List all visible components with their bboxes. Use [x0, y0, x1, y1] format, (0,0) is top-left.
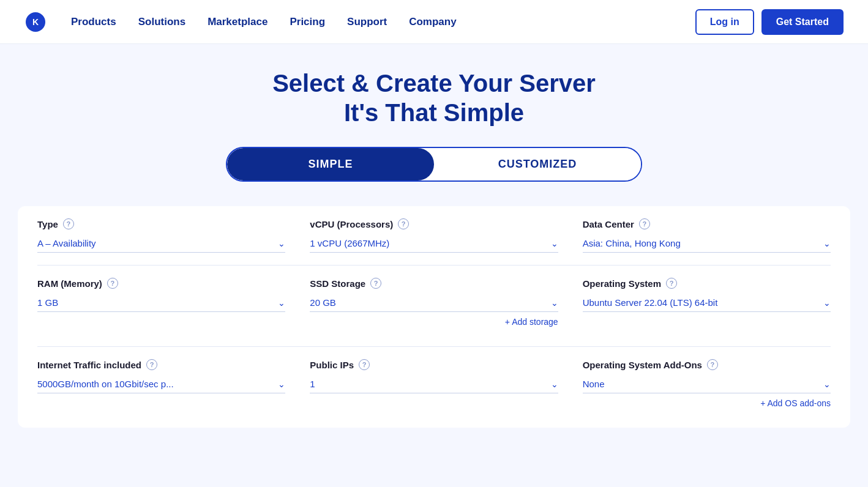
- config-row-3: Internet Traffic included ? 5000GB/month…: [37, 347, 831, 415]
- ssd-chevron-icon: ⌄: [551, 298, 558, 308]
- ram-chevron-icon: ⌄: [278, 298, 285, 308]
- add-os-row: + Add OS add-ons: [583, 393, 831, 415]
- svg-text:K: K: [32, 17, 39, 27]
- ssd-label: SSD Storage: [310, 278, 365, 289]
- os-value: Ubuntu Server 22.04 (LTS) 64-bit: [583, 297, 718, 308]
- datacenter-help-icon[interactable]: ?: [639, 218, 650, 229]
- vcpu-help-icon[interactable]: ?: [398, 218, 409, 229]
- os-addons-chevron-icon: ⌄: [823, 379, 831, 389]
- ram-label: RAM (Memory): [37, 278, 102, 289]
- traffic-label: Internet Traffic included: [37, 360, 141, 370]
- datacenter-label: Data Center: [583, 219, 634, 229]
- os-label: Operating System: [583, 278, 661, 289]
- publicips-select[interactable]: 1 ⌄: [310, 375, 558, 393]
- publicips-chevron-icon: ⌄: [551, 379, 558, 389]
- type-label: Type: [37, 219, 58, 229]
- nav-support[interactable]: Support: [347, 16, 387, 28]
- traffic-chevron-icon: ⌄: [278, 379, 285, 389]
- type-value: A – Availability: [37, 238, 96, 248]
- navbar: K Products Solutions Marketplace Pricing…: [0, 0, 868, 44]
- os-addons-field: Operating System Add-Ons ? None ⌄ + Add …: [583, 359, 831, 415]
- get-started-button[interactable]: Get Started: [761, 9, 844, 35]
- config-form: Type ? A – Availability ⌄ vCPU (Processo…: [18, 206, 850, 428]
- nav-solutions[interactable]: Solutions: [138, 16, 185, 28]
- os-field: Operating System ? Ubuntu Server 22.04 (…: [583, 278, 831, 334]
- datacenter-chevron-icon: ⌄: [823, 239, 831, 248]
- os-select[interactable]: Ubuntu Server 22.04 (LTS) 64-bit ⌄: [583, 294, 831, 312]
- simple-toggle[interactable]: SIMPLE: [227, 148, 434, 180]
- nav-marketplace[interactable]: Marketplace: [208, 16, 268, 28]
- ssd-label-row: SSD Storage ?: [310, 278, 558, 289]
- logo-icon: K: [24, 11, 47, 33]
- traffic-value: 5000GB/month on 10Gbit/sec p...: [37, 379, 174, 389]
- ram-help-icon[interactable]: ?: [107, 278, 118, 289]
- login-button[interactable]: Log in: [695, 9, 754, 35]
- os-label-row: Operating System ?: [583, 278, 831, 289]
- vcpu-value: 1 vCPU (2667MHz): [310, 238, 389, 248]
- hero-title: Select & Create Your Server It's That Si…: [272, 69, 596, 127]
- vcpu-chevron-icon: ⌄: [551, 239, 558, 248]
- ram-select[interactable]: 1 GB ⌄: [37, 294, 285, 312]
- publicips-label-row: Public IPs ?: [310, 359, 558, 370]
- ram-field: RAM (Memory) ? 1 GB ⌄: [37, 278, 285, 334]
- vcpu-select[interactable]: 1 vCPU (2667MHz) ⌄: [310, 234, 558, 253]
- vcpu-label-row: vCPU (Processors) ?: [310, 218, 558, 229]
- publicips-value: 1: [310, 379, 315, 389]
- ram-value: 1 GB: [37, 297, 58, 308]
- traffic-help-icon[interactable]: ?: [146, 359, 157, 370]
- datacenter-field: Data Center ? Asia: China, Hong Kong ⌄: [583, 218, 831, 253]
- add-storage-link[interactable]: + Add storage: [505, 317, 558, 327]
- publicips-label: Public IPs: [310, 360, 354, 370]
- nav-company[interactable]: Company: [409, 16, 456, 28]
- add-os-link[interactable]: + Add OS add-ons: [760, 398, 831, 408]
- config-row-2: RAM (Memory) ? 1 GB ⌄ SSD Storage ? 20 G…: [37, 266, 831, 347]
- publicips-help-icon[interactable]: ?: [359, 359, 370, 370]
- os-addons-help-icon[interactable]: ?: [707, 359, 718, 370]
- ssd-help-icon[interactable]: ?: [370, 278, 381, 289]
- type-select[interactable]: A – Availability ⌄: [37, 234, 285, 253]
- publicips-field: Public IPs ? 1 ⌄: [310, 359, 558, 415]
- traffic-field: Internet Traffic included ? 5000GB/month…: [37, 359, 285, 415]
- add-storage-row: + Add storage: [310, 312, 558, 334]
- vcpu-field: vCPU (Processors) ? 1 vCPU (2667MHz) ⌄: [310, 218, 558, 253]
- mode-toggle: SIMPLE CUSTOMIZED: [226, 147, 642, 182]
- nav-products[interactable]: Products: [71, 16, 116, 28]
- traffic-label-row: Internet Traffic included ?: [37, 359, 285, 370]
- ssd-field: SSD Storage ? 20 GB ⌄ + Add storage: [310, 278, 558, 334]
- traffic-select[interactable]: 5000GB/month on 10Gbit/sec p... ⌄: [37, 375, 285, 393]
- nav-links: Products Solutions Marketplace Pricing S…: [71, 16, 457, 28]
- nav-pricing[interactable]: Pricing: [290, 16, 325, 28]
- os-addons-select[interactable]: None ⌄: [583, 375, 831, 393]
- type-label-row: Type ?: [37, 218, 285, 229]
- main-content: Select & Create Your Server It's That Si…: [0, 44, 868, 487]
- nav-left: K Products Solutions Marketplace Pricing…: [24, 11, 457, 33]
- os-addons-label-row: Operating System Add-Ons ?: [583, 359, 831, 370]
- os-addons-value: None: [583, 379, 605, 389]
- os-addons-label: Operating System Add-Ons: [583, 360, 702, 370]
- os-help-icon[interactable]: ?: [666, 278, 677, 289]
- ssd-value: 20 GB: [310, 297, 336, 308]
- type-chevron-icon: ⌄: [278, 239, 285, 248]
- config-row-1: Type ? A – Availability ⌄ vCPU (Processo…: [37, 206, 831, 266]
- datacenter-value: Asia: China, Hong Kong: [583, 238, 681, 248]
- datacenter-label-row: Data Center ?: [583, 218, 831, 229]
- type-field: Type ? A – Availability ⌄: [37, 218, 285, 253]
- customized-toggle[interactable]: CUSTOMIZED: [434, 148, 641, 180]
- type-help-icon[interactable]: ?: [63, 218, 74, 229]
- datacenter-select[interactable]: Asia: China, Hong Kong ⌄: [583, 234, 831, 253]
- nav-actions: Log in Get Started: [695, 9, 844, 35]
- vcpu-label: vCPU (Processors): [310, 219, 393, 229]
- ssd-select[interactable]: 20 GB ⌄: [310, 294, 558, 312]
- ram-label-row: RAM (Memory) ?: [37, 278, 285, 289]
- os-chevron-icon: ⌄: [823, 298, 831, 308]
